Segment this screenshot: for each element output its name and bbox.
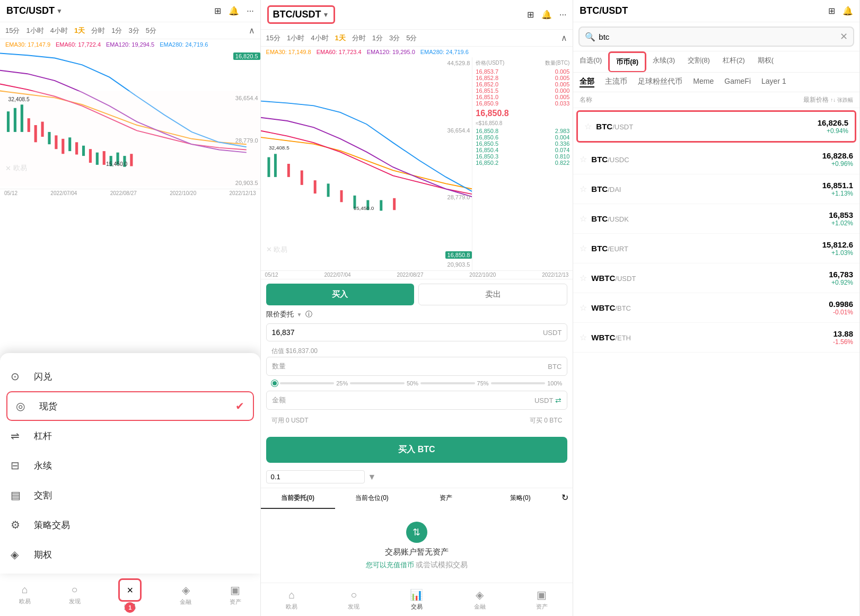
nav-home-2[interactable]: ⌂ 欧易 <box>286 589 297 611</box>
coin-row-btc-dai[interactable]: ☆ BTC/DAI 16,851.1 +1.13% <box>573 174 859 204</box>
amount-input-2[interactable]: 金额 USDT ⇄ <box>266 391 568 410</box>
coin-row-btc-usdc[interactable]: ☆ BTC/USDC 16,828.6 +0.96% <box>573 145 859 174</box>
progress-dot-2[interactable] <box>271 380 278 386</box>
tf2-15m[interactable]: 15分 <box>266 33 280 43</box>
sub-football-3[interactable]: 足球粉丝代币 <box>638 77 682 87</box>
cat-favorites-3[interactable]: 自选(0) <box>573 51 608 72</box>
tf2-expand-icon[interactable]: ∧ <box>561 33 567 43</box>
tf-4h[interactable]: 4小时 <box>50 26 68 36</box>
coin-row-btc-eurt[interactable]: ☆ BTC/EURT 15,812.6 +1.03% <box>573 234 859 263</box>
qty-input-2[interactable]: 数量 BTC <box>266 357 568 376</box>
price-input-2[interactable]: USDT <box>266 323 568 341</box>
star-icon-0[interactable]: ☆ <box>584 121 592 131</box>
tf-5m[interactable]: 5分 <box>146 26 156 36</box>
star-icon-4[interactable]: ☆ <box>580 243 587 253</box>
tf-3m[interactable]: 3分 <box>128 26 139 36</box>
nav-discover-2[interactable]: ○ 发现 <box>348 589 359 611</box>
tf2-1h[interactable]: 1小时 <box>287 33 304 43</box>
star-icon-5[interactable]: ☆ <box>580 273 587 283</box>
cat-leverage-3[interactable]: 杠杆(2) <box>716 51 751 72</box>
progress-track-24[interactable] <box>491 382 546 384</box>
more-icon-2[interactable]: ··· <box>559 10 566 20</box>
star-icon-6[interactable]: ☆ <box>580 303 587 313</box>
tf-expand-icon[interactable]: ∧ <box>249 25 255 36</box>
sub-all-3[interactable]: 全部 <box>580 77 594 87</box>
sub-layer1-3[interactable]: Layer 1 <box>761 77 786 87</box>
candlestick-icon-3[interactable]: ⊞ <box>828 6 835 16</box>
pct-75[interactable]: 75% <box>477 380 489 386</box>
nav-trade-2[interactable]: 📊 交易 <box>410 588 423 611</box>
dropdown-item-delivery[interactable]: ▤ 交割 <box>0 480 260 510</box>
leverage-input-2[interactable] <box>266 470 365 483</box>
coin-row-wbtc-btc[interactable]: ☆ WBTC/BTC 0.9986 -0.01% <box>573 293 859 323</box>
swap-small-icon[interactable]: ⇄ <box>555 396 561 404</box>
sub-mainstream-3[interactable]: 主流币 <box>605 77 627 87</box>
price-field-2[interactable] <box>272 328 543 337</box>
nav-home-1[interactable]: ⌂ 欧易 <box>19 584 31 605</box>
dropdown-item-perpetual[interactable]: ⊟ 永续 <box>0 451 260 480</box>
pair-selector-2[interactable]: BTC/USDT ▼ <box>267 5 335 24</box>
nav-assets-1[interactable]: ▣ 资产 <box>230 584 241 606</box>
progress-track-23[interactable] <box>420 382 475 384</box>
tf2-1m[interactable]: 1分 <box>372 33 383 43</box>
coin-row-wbtc-usdt[interactable]: ☆ WBTC/USDT 16,783 +0.92% <box>573 263 859 293</box>
pct-50[interactable]: 50% <box>407 380 418 386</box>
dropdown-item-leverage[interactable]: ⇌ 杠杆 <box>0 421 260 451</box>
dropdown-item-strategy[interactable]: ⚙ 策略交易 <box>0 510 260 540</box>
star-icon-3[interactable]: ☆ <box>580 214 587 224</box>
bell-icon-3[interactable]: 🔔 <box>843 6 853 16</box>
tf2-tick[interactable]: 分时 <box>352 33 366 43</box>
coin-row-btc-usdk[interactable]: ☆ BTC/USDK 16,853 +1.02% <box>573 204 859 234</box>
dropdown-item-flash[interactable]: ⊙ 闪兑 <box>0 362 260 391</box>
pct-100[interactable]: 100% <box>547 380 562 386</box>
nav-assets-2[interactable]: ▣ 资产 <box>536 588 548 611</box>
tf2-4h[interactable]: 4小时 <box>311 33 328 43</box>
progress-track-22[interactable] <box>350 382 405 384</box>
tf-1m[interactable]: 1分 <box>111 26 122 36</box>
sell-button-2[interactable]: 卖出 <box>418 284 567 305</box>
th-price-3[interactable]: 最新价格 <box>803 96 829 103</box>
progress-track-2[interactable] <box>280 382 335 384</box>
tab-assets-2[interactable]: 资产 <box>409 488 483 509</box>
tf2-5m[interactable]: 5分 <box>406 33 417 43</box>
pair-selector-1[interactable]: BTC/USDT ▼ <box>6 5 63 16</box>
bell-icon[interactable]: 🔔 <box>229 6 239 16</box>
tf-tick[interactable]: 分时 <box>91 26 105 36</box>
coin-row-btc-usdt[interactable]: ☆ BTC/USDT 16,826.5 +0.94% <box>576 110 856 143</box>
candlestick-icon[interactable]: ⊞ <box>214 6 221 16</box>
star-icon-7[interactable]: ☆ <box>580 332 587 342</box>
cat-perp-3[interactable]: 永续(3) <box>646 51 681 72</box>
dropdown-item-options[interactable]: ◈ 期权 <box>0 540 260 569</box>
candlestick-icon-2[interactable]: ⊞ <box>527 10 534 20</box>
sub-meme-3[interactable]: Meme <box>693 77 714 87</box>
order-type-label-2[interactable]: 限价委托 <box>266 310 294 319</box>
tf2-3m[interactable]: 3分 <box>389 33 400 43</box>
dropdown-item-spot[interactable]: ◎ 现货 ✔ <box>6 391 254 421</box>
cat-spot-3[interactable]: 币币(8) <box>608 51 646 72</box>
tab-strategy-2[interactable]: 策略(0) <box>483 488 557 509</box>
star-icon-1[interactable]: ☆ <box>580 154 587 164</box>
qty-field-2[interactable] <box>289 362 548 371</box>
buy-main-btn-2[interactable]: 买入 BTC <box>266 437 568 463</box>
tf-1h[interactable]: 1小时 <box>26 26 43 36</box>
amount-field-2[interactable] <box>289 396 534 404</box>
coin-row-wbtc-eth[interactable]: ☆ WBTC/ETH 13.88 -1.56% <box>573 323 859 353</box>
sub-gamefi-3[interactable]: GameFi <box>724 77 751 87</box>
cat-options-3[interactable]: 期权( <box>751 51 780 72</box>
search-input-3[interactable] <box>599 32 837 41</box>
tf-1d[interactable]: 1天 <box>74 26 85 36</box>
tf2-1d[interactable]: 1天 <box>335 33 346 43</box>
nav-finance-1[interactable]: ◈ 金融 <box>180 584 191 606</box>
nav-trade-1[interactable]: × <box>118 578 142 602</box>
sort-icon-3[interactable]: ↑↓ 张跌幅 <box>830 97 853 103</box>
tf-15m[interactable]: 15分 <box>5 26 20 36</box>
more-icon[interactable]: ··· <box>247 6 253 16</box>
tab-positions-2[interactable]: 当前仓位(0) <box>335 488 409 509</box>
tab-orders-2[interactable]: 当前委托(0) <box>261 488 335 509</box>
cat-delivery-3[interactable]: 交割(8) <box>681 51 716 72</box>
star-icon-2[interactable]: ☆ <box>580 184 587 194</box>
search-clear-btn-3[interactable]: ✕ <box>840 31 848 42</box>
refresh-icon-2[interactable]: ↻ <box>557 488 573 509</box>
nav-discover-1[interactable]: ○ 发现 <box>69 584 81 605</box>
nav-finance-2[interactable]: ◈ 金融 <box>474 588 486 611</box>
